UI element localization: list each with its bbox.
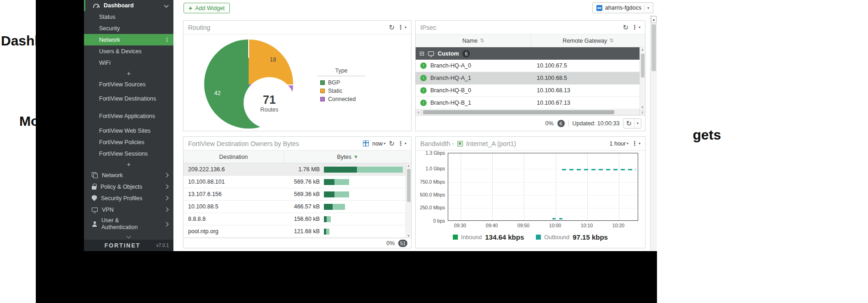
ipsec-widget: IPsec ↻ ⋮▾ Name ⇅ Remote Gateway ⇅ [415, 20, 645, 131]
column-header-bytes[interactable]: Bytes ▼ [284, 151, 411, 163]
bytes-value: 121.68 kB [284, 228, 320, 235]
fortinet-logo: FORTINET [89, 242, 156, 249]
tunnel-up-icon[interactable]: ↑ [420, 87, 427, 94]
scroll-up-arrow[interactable]: ▲ [651, 16, 657, 23]
fortiview-row[interactable]: 8.8.8.8 156.60 kB [184, 213, 411, 225]
scrollbar-thumb[interactable] [423, 110, 614, 114]
sidebar-section-user-authentication[interactable]: User & Authentication [84, 215, 173, 233]
plus-icon: + [189, 5, 192, 12]
x-axis-tick: 10:00 [546, 223, 564, 228]
scroll-left-arrow[interactable]: ‹ [416, 109, 422, 115]
y-axis-tick: 0 bps [416, 218, 445, 224]
add-fortiview-button[interactable]: + [84, 159, 173, 169]
column-header-destination[interactable]: Destination [184, 151, 284, 163]
sidebar-item-network-dashboard[interactable]: Network ⋮ [84, 34, 173, 45]
sidebar-item-fortiview-destinations[interactable]: FortiView Destinations [84, 90, 173, 107]
scroll-up-arrow[interactable]: ▲ [406, 164, 411, 167]
widget-menu-button[interactable]: ⋮▾ [632, 24, 640, 31]
column-header-name[interactable]: Name ⇅ [416, 34, 531, 47]
fortiview-vertical-scrollbar[interactable]: ▲ ▼ [406, 163, 411, 238]
collapse-icon[interactable]: ⊟ [419, 50, 424, 56]
fortiview-row[interactable]: 13.107.6.156 569.36 kB [184, 188, 411, 201]
tunnel-up-icon[interactable]: ↑ [420, 75, 427, 81]
sidebar-item-security[interactable]: Security [84, 22, 173, 34]
refresh-icon: ↻ [389, 140, 395, 147]
gridline [619, 153, 619, 220]
fortiview-row[interactable]: 209.222.136.6 1.76 MB [184, 163, 411, 176]
sidebar-item-fortiview-policies[interactable]: FortiView Policies [84, 136, 173, 148]
fortigate-device-icon [596, 5, 602, 11]
chevron-down-icon [127, 234, 131, 238]
legend-label: Static [328, 88, 342, 94]
x-axis-tick: 09:40 [483, 223, 501, 228]
sidebar-section-policy-objects[interactable]: Policy & Objects [84, 181, 173, 192]
sidebar-section-security-profiles[interactable]: Security Profiles [84, 192, 173, 204]
bytes-bar [324, 216, 403, 222]
gridline [448, 208, 638, 208]
main-content: + Add Widget aharris-fgdocs ▾ Routing ↻ … [173, 0, 657, 251]
sidebar-scroll-down[interactable] [84, 233, 173, 239]
caret-down-icon: ▾ [405, 25, 406, 29]
ipsec-row[interactable]: ↑Branch-HQ-A_0 10.100.67.5 [416, 60, 645, 72]
ipsec-row-selected[interactable]: ↑Branch-HQ-A_1 10.100.68.5 [416, 72, 645, 84]
fortiview-row[interactable]: 10.100.88.101 569.76 kB [184, 176, 411, 188]
sidebar-item-fortiview-web-sites[interactable]: FortiView Web Sites [84, 125, 173, 136]
scrollbar-thumb[interactable] [651, 24, 656, 71]
legend-item: Static [320, 87, 369, 94]
time-range-dropdown[interactable]: now▾ [372, 140, 385, 147]
sidebar-item-dashboard[interactable]: Dashboard [84, 0, 173, 11]
scrollbar-thumb[interactable] [641, 54, 645, 78]
refresh-button[interactable]: ↻ [389, 140, 395, 147]
widget-menu-button[interactable]: ⋮▾ [398, 140, 406, 147]
legend-title: Type [314, 67, 369, 74]
ipsec-row[interactable]: ↑Branch-HQ-B_0 10.100.68.13 [416, 84, 645, 97]
fortiview-row[interactable]: pool.ntp.org 121.68 kB [184, 225, 411, 238]
ipsec-vertical-scrollbar[interactable]: ▲ ▼ [640, 47, 645, 109]
tunnel-up-icon[interactable]: ↑ [420, 62, 427, 69]
refresh-button[interactable]: ↻ [389, 24, 395, 31]
sidebar-item-label: FortiView Applications [99, 113, 155, 120]
widget-menu-button[interactable]: ⋮▾ [398, 24, 406, 31]
hostname-label: aharris-fgdocs [605, 5, 641, 11]
ipsec-group-row-custom[interactable]: ⊟ Custom 6 [416, 47, 645, 60]
scroll-up-arrow[interactable]: ▲ [640, 48, 645, 51]
scroll-down-arrow[interactable]: ▼ [406, 234, 411, 237]
sidebar-section-label: VPN [102, 207, 114, 213]
sidebar-item-fortiview-sessions[interactable]: FortiView Sessions [84, 148, 173, 159]
ipsec-row[interactable]: ↑Branch-HQ-B_1 10.100.67.13 [416, 97, 645, 109]
sidebar-item-wifi[interactable]: WiFi [84, 57, 173, 68]
sidebar-item-users-devices[interactable]: Users & Devices [84, 45, 173, 57]
add-widget-button[interactable]: + Add Widget [184, 3, 230, 13]
scrollbar-track[interactable] [422, 109, 639, 115]
kebab-menu-icon: ⋮ [398, 24, 404, 31]
sidebar-item-status[interactable]: Status [84, 11, 173, 22]
scroll-down-arrow[interactable]: ▼ [640, 106, 645, 109]
ipsec-horizontal-scrollbar[interactable]: ‹ › [416, 109, 645, 115]
table-view-icon[interactable] [363, 140, 369, 146]
hostname-menu-button[interactable]: aharris-fgdocs ▾ [592, 2, 653, 13]
fortiview-row[interactable]: 10.100.88.5 466.57 kB [184, 201, 411, 213]
refresh-dropdown-button[interactable]: ↻ ▾ [623, 118, 641, 129]
add-dashboard-button[interactable]: + [84, 68, 173, 79]
sidebar-section-network[interactable]: Network [84, 169, 173, 181]
sidebar-item-fortiview-applications[interactable]: FortiView Applications [84, 107, 173, 125]
tunnel-up-icon[interactable]: ↑ [420, 100, 427, 106]
menu-dots-icon[interactable]: ⋮ [164, 37, 170, 43]
scroll-right-arrow[interactable]: › [639, 109, 645, 115]
plot-area[interactable] [448, 153, 638, 221]
sidebar-section-vpn[interactable]: VPN [84, 204, 173, 215]
scrollbar-thumb[interactable] [407, 169, 411, 202]
divider [644, 5, 645, 11]
bytes-bar-fill [324, 229, 329, 235]
add-widget-label: Add Widget [195, 5, 225, 11]
legend-item: Connected [320, 95, 369, 102]
main-scrollbar[interactable]: ▲ [650, 15, 657, 251]
column-header-remote-gateway[interactable]: Remote Gateway ⇅ [531, 34, 645, 47]
refresh-button[interactable]: ↻ [623, 24, 629, 31]
routing-widget-header: Routing ↻ ⋮▾ [184, 21, 411, 34]
column-label: Destination [219, 154, 248, 160]
sort-icon: ⇅ [480, 38, 484, 44]
sidebar-item-fortiview-sources[interactable]: FortiView Sources [84, 79, 173, 90]
caret-down-icon: ▾ [384, 141, 385, 146]
count-badge: 51 [398, 240, 407, 247]
